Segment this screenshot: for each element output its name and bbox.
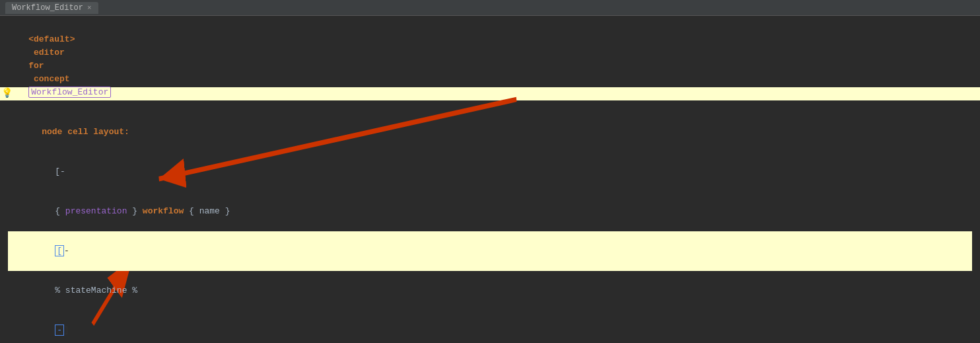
- editor-line-2: node cell layout:: [8, 112, 972, 152]
- concept-keyword: concept: [28, 74, 75, 84]
- editor-line-4: { presentation } workflow { name }: [8, 192, 972, 231]
- default-keyword: <default>: [28, 34, 75, 44]
- editor-line-1: <default> editor for concept Workflow_Ed…: [8, 20, 972, 112]
- editor-line-7: -]: [8, 311, 972, 343]
- tab-label: Workflow_Editor: [12, 3, 83, 13]
- editor-keyword: editor: [28, 48, 69, 57]
- close-icon[interactable]: ×: [87, 4, 92, 12]
- editor-line-6: % stateMachine %: [8, 271, 972, 311]
- editor-tab[interactable]: Workflow_Editor ×: [5, 2, 98, 14]
- title-bar: Workflow_Editor ×: [0, 0, 980, 16]
- editor-line-3: [-: [8, 152, 972, 192]
- editor-area: <default> editor for concept Workflow_Ed…: [0, 16, 980, 343]
- concept-name-workflow[interactable]: Workflow_Editor: [28, 87, 111, 98]
- for-keyword: for: [28, 61, 44, 71]
- editor-line-5-highlighted: [-: [8, 231, 972, 271]
